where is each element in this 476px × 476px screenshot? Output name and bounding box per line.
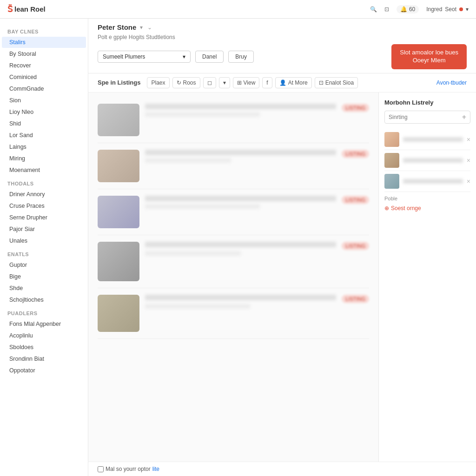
right-panel-title: Morbohn Listrely [384,99,470,106]
listing-thumbnail [98,196,139,228]
toolbar-plaex-button[interactable]: Plaex [147,77,169,88]
sidebar-item-recover[interactable]: Recover [2,60,86,71]
page-title-chevron[interactable]: ▾ [140,24,143,31]
sidebar-item-oppotator[interactable]: Oppotator [2,365,86,376]
sidebar-item-cruse-praces[interactable]: Cruse Praces [2,200,86,212]
avon-link[interactable]: Avon-tbuder [436,79,467,86]
sidebar-item-moenament[interactable]: Moenament [2,165,86,176]
toolbar-more-button[interactable]: 👤 At More [275,77,312,88]
primary-action-button[interactable]: Slot amoalor loe bues Ooeyr Mlem [391,44,467,69]
page-subtitle: Polt e gpple Hogits Studtletions [98,34,467,40]
member-name [403,137,463,142]
main-header-top: Peter Stone ▾ ⌄ [98,23,467,31]
suggest-link[interactable]: ⊕ Soest ornge [384,205,470,212]
listing-item: LISTING [98,288,369,339]
toolbar-copy-button[interactable]: ◻ [203,77,216,88]
notification-badge[interactable]: 🔔 60 [397,5,419,13]
cancel-button[interactable]: Danel [195,51,224,63]
listing-item: LISTING [98,97,369,143]
right-panel: Morbohn Listrely + × × [378,93,476,462]
remove-member-button[interactable]: × [467,157,470,164]
sidebar: Bay Clnes Stalirs By Stooral Recover Com… [0,19,88,476]
sidebar-item-miring[interactable]: Miring [2,153,86,164]
content-area: LISTING LISTING LISTING [88,93,476,462]
sidebar-section-puadlers: Puadlers [0,306,88,318]
member-name [403,179,463,184]
toolbar: Spe in Listings Plaex ↻ Roos ◻ ▾ ⊞ View … [88,73,476,93]
sidebar-item-schojltioches[interactable]: Schojltioches [2,294,86,305]
sidebar-item-by-stooral[interactable]: By Stooral [2,48,86,60]
sidebar-item-commgrade[interactable]: CommGnade [2,83,86,94]
member-item: × [384,129,470,150]
main-content: Peter Stone ▾ ⌄ Polt e gpple Hogits Stud… [88,19,476,476]
listing-subtitle [145,304,250,309]
toolbar-dropdown-button[interactable]: ▾ [219,77,230,88]
refresh-icon: ↻ [177,79,181,86]
add-filter-icon[interactable]: + [462,113,466,121]
member-item: × [384,150,470,171]
listings-panel: LISTING LISTING LISTING [88,93,378,462]
listing-title [145,196,336,201]
sidebar-item-laings[interactable]: Laings [2,141,86,152]
member-avatar [384,174,399,189]
remove-member-button[interactable]: × [467,136,470,143]
sidebar-item-lioy-nleo[interactable]: Lioy Nleo [2,106,86,118]
member-item: × [384,171,470,192]
search-icon[interactable]: 🔍 [370,6,377,13]
listing-title [145,295,336,300]
toolbar-enalot-button[interactable]: ⊡ Enalot Sioa [315,77,358,88]
sidebar-item-stalirs[interactable]: Stalirs [2,37,86,48]
sidebar-item-bige[interactable]: Bige [2,271,86,282]
listing-item: LISTING [98,143,369,189]
sidebar-item-srondinn-biat[interactable]: Srondinn Biat [2,353,86,364]
user-name: Ingred [426,6,442,13]
dropdown-select[interactable]: Sumeelt Plumers ▾ [98,51,191,63]
sidebar-item-cominiced[interactable]: Cominiced [2,72,86,83]
listing-item: LISTING [98,189,369,235]
listing-info [145,150,336,163]
buy-button[interactable]: Bruy [228,51,254,63]
sidebar-item-lor-sand[interactable]: Lor Sand [2,130,86,141]
chevron-down-icon[interactable]: ▾ [466,6,469,13]
filter-input-row: + [384,111,470,124]
listing-subtitle [145,112,260,117]
sidebar-item-pajor-siar[interactable]: Pajor Siar [2,224,86,235]
filter-input[interactable] [389,114,462,120]
sidebar-item-shid[interactable]: Shid [2,118,86,129]
remove-member-button[interactable]: × [467,178,470,185]
sidebar-item-sion[interactable]: Sion [2,95,86,106]
sidebar-item-sboldoes[interactable]: Sboldoes [2,342,86,353]
toolbar-section-title: Spe in Listings [98,79,140,86]
listing-thumbnail [98,150,139,182]
share-icon: ⊡ [319,79,324,86]
sidebar-item-shde[interactable]: Shde [2,283,86,294]
bottom-checkbox[interactable] [98,466,104,472]
sidebar-item-unales[interactable]: Unales [2,235,86,246]
bottom-link[interactable]: lite [152,466,159,472]
user-info[interactable]: Ingred Seot ▾ [426,6,469,13]
sidebar-item-driner-annory[interactable]: Driner Annory [2,189,86,200]
sidebar-item-guptor[interactable]: Guptor [2,259,86,271]
sidebar-item-serne-drupher[interactable]: Serne Drupher [2,212,86,223]
member-avatar [384,153,399,168]
listing-badge: LISTING [342,295,369,303]
user-status: Seot [445,6,456,13]
suggest-icon: ⊕ [384,205,389,212]
toolbar-view-button[interactable]: ⊞ View [233,77,260,88]
toolbar-f-button[interactable]: f [262,77,272,88]
listing-badge: LISTING [342,150,369,158]
member-name [403,158,463,163]
topnav: S̈ lean Roel 🔍 ⊡ 🔔 60 Ingred Seot ▾ [0,0,476,19]
toolbar-roos-button[interactable]: ↻ Roos [172,77,200,88]
page-title-expand[interactable]: ⌄ [147,24,152,31]
sidebar-item-fons-mlal[interactable]: Fons Mlal Agpenber [2,318,86,330]
view-icon: ⊞ [237,79,242,86]
logo[interactable]: S̈ lean Roel [7,4,46,14]
screen-icon[interactable]: ⊡ [384,6,389,13]
sidebar-item-acoplinlu[interactable]: Acoplinlu [2,330,86,341]
person-icon: 👤 [279,79,286,86]
listing-subtitle [145,158,231,163]
copy-icon: ◻ [207,79,212,86]
dropdown-chevron-icon: ▾ [183,53,185,60]
listing-item: LISTING [98,235,369,288]
